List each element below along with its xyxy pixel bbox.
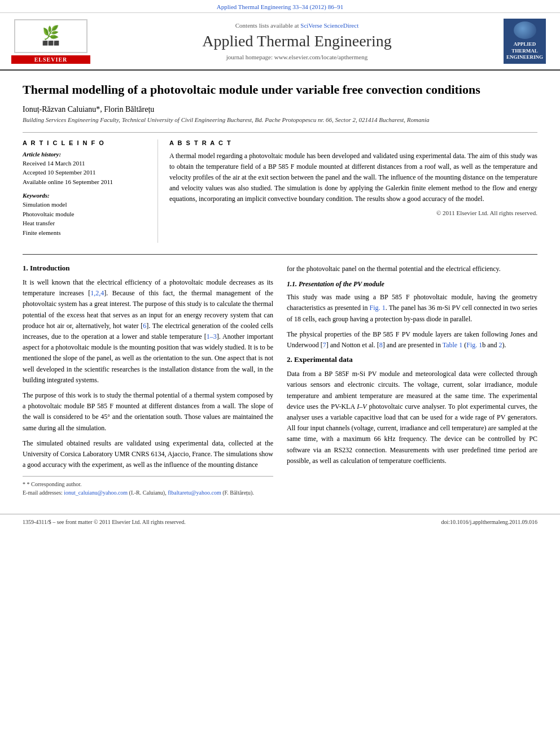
journal-title: Applied Thermal Engineering xyxy=(102,32,492,50)
journal-homepage: journal homepage: www.elsevier.com/locat… xyxy=(102,54,492,60)
footnote-email1[interactable]: ionut_caluianu@yahoo.com xyxy=(64,490,128,496)
section1-heading-text: 1. Introduction xyxy=(23,264,70,272)
article-info-column: A R T I C L E I N F O Article history: R… xyxy=(23,139,158,243)
logo-title-2: THERMAL xyxy=(511,48,538,55)
article-info-label: A R T I C L E I N F O xyxy=(23,139,146,146)
keyword-2: Photovoltaic module xyxy=(23,209,146,219)
journal-citation: Applied Thermal Engineering 33–34 (2012)… xyxy=(0,0,560,13)
body-left-column: 1. Introduction It is well known that th… xyxy=(23,264,273,497)
section2-heading: 2. Experimental data xyxy=(287,355,537,364)
authors-text: Ionuț-Răzvan Caluianu*, Florin Băltărețu xyxy=(23,105,154,113)
sciverse-line: Contents lists available at SciVerse Sci… xyxy=(102,22,492,29)
logo-title-3: ENGINEERING xyxy=(506,54,543,61)
footnote-email: E-mail addresses: ionut_caluianu@yahoo.c… xyxy=(23,488,273,497)
section2-heading-text: 2. Experimental data xyxy=(287,355,353,364)
footnote-email2-name: (F. Băltărețu). xyxy=(222,490,254,496)
abstract-column: A B S T R A C T A thermal model regardin… xyxy=(158,139,537,243)
section1-heading: 1. Introduction xyxy=(23,264,273,273)
elsevier-logo-section: 🌿 ⬛⬛⬛ ELSEVIER xyxy=(11,19,90,64)
body-columns: 1. Introduction It is well known that th… xyxy=(23,254,537,497)
citation-text: Applied Thermal Engineering 33–34 (2012)… xyxy=(217,3,343,10)
logo-title-1: APPLIED xyxy=(514,41,536,48)
bottom-bar: 1359-4311/$ – see front matter © 2011 El… xyxy=(0,514,560,527)
journal-header-center: Contents lists available at SciVerse Sci… xyxy=(90,22,504,60)
elsevier-logo-box: 🌿 ⬛⬛⬛ xyxy=(14,19,88,53)
journal-logo-section: APPLIED THERMAL ENGINEERING xyxy=(504,19,549,64)
section1-para2: The purpose of this work is to study the… xyxy=(23,390,273,434)
article-info-abstract-section: A R T I C L E I N F O Article history: R… xyxy=(23,132,537,243)
article-title: Thermal modelling of a photovoltaic modu… xyxy=(23,82,537,98)
available-date: Available online 16 September 2011 xyxy=(23,177,146,187)
contents-text: Contents lists available at xyxy=(235,22,299,29)
article-history-group: Article history: Received 14 March 2011 … xyxy=(23,151,146,187)
journal-logo-box: APPLIED THERMAL ENGINEERING xyxy=(504,19,546,64)
section1-right-continued: for the photovoltaic panel on the therma… xyxy=(287,264,537,274)
journal-header: 🌿 ⬛⬛⬛ ELSEVIER Contents lists available … xyxy=(0,13,560,71)
body-right-column: for the photovoltaic panel on the therma… xyxy=(287,264,537,497)
section2-para1: Data from a BP 585F m-Si PV module and m… xyxy=(287,369,537,466)
received-date: Received 14 March 2011 xyxy=(23,159,146,168)
affiliation-text: Building Services Engineering Faculty, T… xyxy=(23,116,537,123)
footnote-email2[interactable]: flbaltaretu@yahoo.com xyxy=(168,490,221,496)
keywords-group: Keywords: Simulation model Photovoltaic … xyxy=(23,192,146,237)
keywords-label: Keywords: xyxy=(23,192,146,199)
section1-para1: It is well known that the electrical eff… xyxy=(23,277,273,386)
section1-1-heading: 1.1. Presentation of the PV module xyxy=(287,280,537,289)
keywords-list: Simulation model Photovoltaic module Hea… xyxy=(23,200,146,237)
abstract-text: A thermal model regarding a photovoltaic… xyxy=(169,151,537,205)
keyword-1: Simulation model xyxy=(23,200,146,209)
section1-1-heading-text: 1.1. Presentation of the PV module xyxy=(287,280,384,288)
history-label: Article history: xyxy=(23,151,146,158)
accepted-date: Accepted 10 September 2011 xyxy=(23,168,146,177)
copyright-text: © 2011 Elsevier Ltd. All rights reserved… xyxy=(169,209,537,216)
history-dates: Received 14 March 2011 Accepted 10 Septe… xyxy=(23,159,146,187)
logo-graphic xyxy=(514,21,536,39)
keyword-4: Finite elements xyxy=(23,228,146,238)
abstract-label: A B S T R A C T xyxy=(169,139,537,146)
issn-text: 1359-4311/$ – see front matter © 2011 El… xyxy=(23,519,186,525)
section1-1-para2: The physical properties of the BP 585 F … xyxy=(287,329,537,351)
footnote-section: * * Corresponding author. E-mail address… xyxy=(23,476,273,497)
footnote-corresponding: * * Corresponding author. xyxy=(23,480,273,488)
doi-text[interactable]: doi:10.1016/j.applthermaleng.2011.09.016 xyxy=(441,519,537,525)
section1-1-para1: This study was made using a BP 585 F pho… xyxy=(287,292,537,325)
section1-para3: The simulated obtained results are valid… xyxy=(23,438,273,471)
elsevier-tree-icon: 🌿 xyxy=(42,26,59,40)
authors-line: Ionuț-Răzvan Caluianu*, Florin Băltărețu xyxy=(23,105,537,114)
sciverse-link[interactable]: SciVerse ScienceDirect xyxy=(300,22,358,29)
footnote-email1-name: (I.-R. Caluianu), xyxy=(129,490,167,496)
keyword-3: Heat transfer xyxy=(23,219,146,228)
elsevier-label: ELSEVIER xyxy=(11,55,90,64)
main-content: Thermal modelling of a photovoltaic modu… xyxy=(0,71,560,514)
